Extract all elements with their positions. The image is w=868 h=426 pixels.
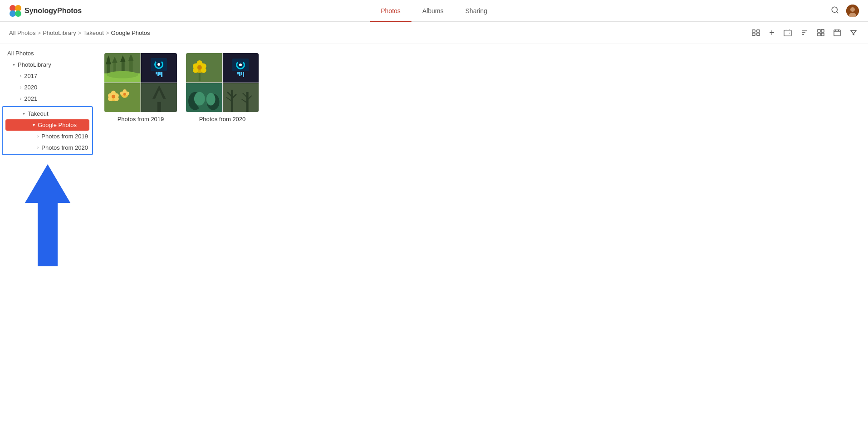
sidebar-2020-label: 2020 [24,84,37,91]
svg-point-46 [120,91,124,95]
tab-sharing[interactable]: Sharing [455,0,498,22]
album-card-photos-2019[interactable]: Photos from 2019 [104,53,177,122]
user-avatar[interactable] [846,5,859,17]
tab-albums[interactable]: Albums [412,0,455,22]
sidebar-item-takeout[interactable]: ▾ Takeout [3,108,92,119]
thumb-forest [104,53,141,83]
svg-rect-21 [834,30,840,36]
tab-photos[interactable]: Photos [370,0,412,22]
sort-icon[interactable] [799,27,810,38]
breadcrumb: All Photos > PhotoLibrary > Takeout > Go… [9,29,150,36]
svg-point-43 [112,94,115,98]
chevron-right-icon: › [37,134,39,139]
sidebar-item-all-photos[interactable]: All Photos [0,48,95,59]
album-label-2020: Photos from 2020 [199,116,246,122]
svg-point-0 [10,5,16,11]
svg-line-5 [836,11,838,13]
svg-point-60 [197,65,202,70]
thumb-green-plants [186,83,222,113]
svg-rect-12 [757,33,760,35]
svg-rect-10 [757,30,760,32]
svg-rect-19 [818,33,820,36]
svg-rect-11 [752,33,755,35]
svg-point-3 [15,10,21,17]
filter-icon[interactable] [848,27,859,38]
chevron-right-icon: › [20,96,21,101]
breadcrumb-takeout[interactable]: Takeout [83,29,104,36]
thumb-yellow-flowers-2 [186,53,222,83]
svg-point-59 [201,68,206,73]
svg-point-7 [850,7,855,12]
breadcrumb-all-photos[interactable]: All Photos [9,29,36,36]
sidebar-item-2017[interactable]: › 2017 [0,70,95,82]
sidebar: All Photos ▾ PhotoLibrary › 2017 › 2020 … [0,44,95,426]
svg-rect-17 [818,29,820,32]
header-actions [831,5,859,17]
sidebar-item-photo-library[interactable]: ▾ PhotoLibrary [0,59,95,70]
blue-arrow-annotation [0,164,95,266]
album-label-2019: Photos from 2019 [118,116,164,122]
sidebar-2017-label: 2017 [24,73,37,79]
album-thumb-2020 [186,53,259,112]
content-area: Photos from 2019 [95,44,868,426]
view-toggle-icon[interactable] [750,27,762,38]
add-button[interactable]: + [767,26,776,39]
logo-area: SynologyPhotos [9,5,100,17]
thumb-screenshot-1 [141,53,177,83]
svg-rect-9 [752,30,755,32]
logo-text: SynologyPhotos [25,7,82,15]
main-nav: Photos Albums Sharing [370,0,498,22]
svg-rect-13 [784,30,791,36]
thumbnail-size-icon[interactable] [815,27,826,38]
main-layout: All Photos ▾ PhotoLibrary › 2017 › 2020 … [0,44,868,426]
thumb-bare-trees [223,83,259,113]
thumb-yellow-flowers [104,83,141,113]
svg-point-1 [15,5,21,11]
chevron-down-icon: ▾ [33,122,35,127]
chevron-right-icon: › [20,73,21,78]
breadcrumb-current: Google Photos [111,29,150,36]
sidebar-selected-section: ▾ Takeout ▾ Google Photos › Photos from … [2,106,93,155]
chevron-down-icon: ▾ [23,111,25,116]
sidebar-item-2020[interactable]: › 2020 [0,82,95,93]
svg-point-67 [206,93,216,105]
svg-rect-18 [821,29,824,32]
svg-point-58 [193,68,198,73]
chevron-right-icon: › [37,145,39,150]
search-icon[interactable] [831,6,839,16]
sidebar-item-photos-2019[interactable]: › Photos from 2019 [3,131,92,142]
breadcrumb-bar: All Photos > PhotoLibrary > Takeout > Go… [0,22,868,44]
sidebar-google-photos-label: Google Photos [38,122,77,128]
sidebar-photos-2020-label: Photos from 2020 [41,144,88,151]
sidebar-all-photos-label: All Photos [7,50,34,57]
thumb-tree-dark [141,83,177,113]
svg-rect-20 [821,33,824,36]
breadcrumb-photo-library[interactable]: PhotoLibrary [43,29,76,36]
svg-point-47 [126,91,129,95]
toolbar-icons: + [750,26,859,39]
sidebar-item-google-photos[interactable]: ▾ Google Photos [5,119,89,131]
sidebar-item-photos-2020[interactable]: › Photos from 2020 [3,142,92,153]
sidebar-2021-label: 2021 [24,95,37,102]
svg-point-66 [194,92,205,105]
sidebar-item-2021[interactable]: › 2021 [0,93,95,104]
thumb-screenshot-2 [223,53,259,83]
synology-logo-icon [9,5,22,17]
sidebar-takeout-label: Takeout [28,110,49,117]
calendar-icon[interactable] [832,27,843,38]
svg-rect-68 [223,83,259,113]
svg-point-2 [10,10,16,17]
create-album-icon[interactable] [782,27,794,38]
app-header: SynologyPhotos Photos Albums Sharing [0,0,868,22]
svg-point-48 [123,93,126,95]
album-card-photos-2020[interactable]: Photos from 2020 [186,53,259,122]
chevron-right-icon: › [20,85,21,90]
sidebar-photo-library-label: PhotoLibrary [18,61,51,68]
svg-rect-61 [199,73,201,81]
album-thumb-2019 [104,53,177,112]
chevron-down-icon: ▾ [13,62,15,67]
svg-point-35 [107,71,138,78]
sidebar-photos-2019-label: Photos from 2019 [41,133,88,140]
